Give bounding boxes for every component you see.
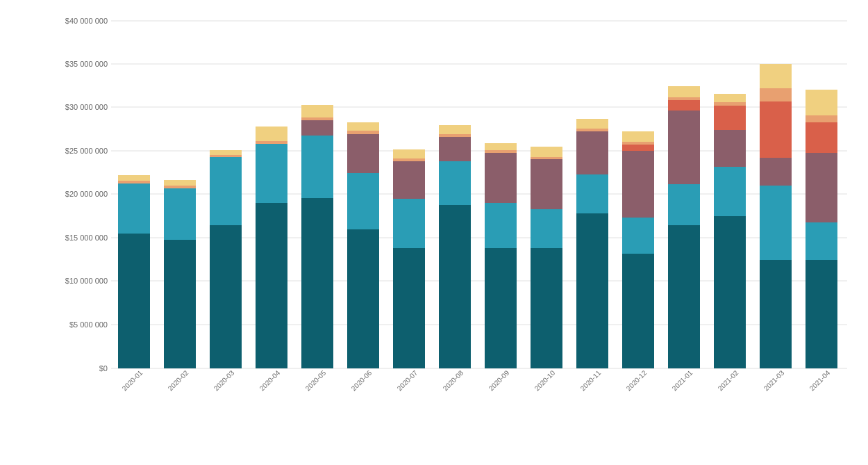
- svg-rect-19: [118, 183, 150, 234]
- bar-group-10: [576, 119, 608, 368]
- bar-group-12: [668, 86, 700, 368]
- svg-text:$35 000 000: $35 000 000: [65, 60, 108, 68]
- svg-rect-54: [485, 248, 517, 368]
- svg-rect-30: [256, 203, 287, 368]
- svg-rect-85: [714, 102, 746, 106]
- bar-group-9: [531, 147, 562, 368]
- svg-rect-46: [393, 161, 425, 199]
- svg-rect-56: [485, 153, 517, 203]
- svg-text:$25 000 000: $25 000 000: [65, 147, 108, 155]
- svg-rect-36: [301, 120, 333, 136]
- svg-rect-61: [531, 159, 562, 209]
- svg-rect-45: [393, 199, 425, 248]
- svg-rect-20: [118, 181, 150, 183]
- svg-text:2020-09: 2020-09: [487, 368, 511, 392]
- svg-text:2020-07: 2020-07: [396, 368, 419, 392]
- svg-text:2020-02: 2020-02: [167, 368, 190, 392]
- svg-text:2020-11: 2020-11: [579, 368, 603, 392]
- svg-rect-27: [210, 157, 242, 225]
- svg-rect-48: [393, 149, 425, 158]
- svg-rect-75: [668, 225, 700, 368]
- bar-group-14: [760, 64, 792, 368]
- bar-group-1: [164, 180, 196, 368]
- svg-text:2020-04: 2020-04: [258, 368, 282, 392]
- svg-rect-23: [164, 188, 196, 240]
- bar-group-4: [301, 105, 333, 368]
- svg-rect-35: [301, 136, 333, 198]
- svg-rect-66: [576, 131, 608, 174]
- svg-rect-78: [668, 100, 700, 111]
- svg-text:$0: $0: [99, 364, 108, 373]
- svg-rect-70: [622, 218, 654, 254]
- svg-text:2020-12: 2020-12: [625, 368, 649, 392]
- svg-rect-57: [485, 150, 517, 153]
- svg-rect-22: [164, 240, 196, 368]
- svg-rect-55: [485, 203, 517, 248]
- svg-rect-21: [118, 175, 150, 181]
- bar-group-3: [256, 127, 287, 368]
- svg-rect-79: [668, 97, 700, 100]
- svg-text:2021-03: 2021-03: [762, 368, 786, 392]
- svg-rect-26: [210, 225, 242, 368]
- svg-text:$30 000 000: $30 000 000: [65, 103, 108, 111]
- bar-group-11: [622, 131, 654, 368]
- svg-text:$40 000 000: $40 000 000: [65, 17, 108, 25]
- svg-rect-50: [439, 161, 471, 205]
- svg-rect-94: [806, 222, 837, 260]
- svg-rect-44: [393, 248, 425, 368]
- chart-container: .axis-label { font-family: Arial, sans-s…: [0, 0, 868, 465]
- svg-text:2020-01: 2020-01: [121, 368, 144, 392]
- svg-rect-24: [164, 186, 196, 188]
- svg-rect-65: [576, 174, 608, 213]
- svg-rect-58: [485, 143, 517, 150]
- svg-rect-41: [347, 134, 379, 173]
- svg-rect-91: [760, 88, 792, 101]
- svg-rect-47: [393, 158, 425, 161]
- svg-rect-68: [576, 119, 608, 129]
- svg-rect-33: [256, 127, 287, 141]
- svg-text:$20 000 000: $20 000 000: [65, 190, 108, 198]
- svg-rect-76: [668, 184, 700, 225]
- chart-svg: .axis-label { font-family: Arial, sans-s…: [62, 14, 854, 409]
- svg-rect-73: [622, 142, 654, 145]
- svg-text:2020-06: 2020-06: [350, 368, 374, 392]
- svg-rect-77: [668, 111, 700, 184]
- svg-rect-34: [301, 198, 333, 368]
- svg-text:$15 000 000: $15 000 000: [65, 234, 108, 242]
- svg-rect-59: [531, 248, 562, 368]
- svg-rect-88: [760, 186, 792, 260]
- svg-rect-82: [714, 167, 746, 216]
- svg-rect-67: [576, 129, 608, 131]
- svg-text:2020-10: 2020-10: [533, 368, 557, 392]
- chart-area: .axis-label { font-family: Arial, sans-s…: [62, 14, 854, 409]
- svg-rect-98: [806, 90, 837, 115]
- svg-rect-95: [806, 153, 837, 222]
- svg-rect-64: [576, 213, 608, 368]
- svg-text:2020-08: 2020-08: [442, 368, 465, 392]
- svg-rect-93: [806, 260, 837, 368]
- svg-rect-38: [301, 105, 333, 117]
- svg-rect-42: [347, 131, 379, 134]
- svg-text:2020-03: 2020-03: [212, 368, 236, 392]
- svg-rect-97: [806, 115, 837, 122]
- svg-rect-84: [714, 106, 746, 130]
- svg-rect-52: [439, 134, 471, 137]
- svg-rect-31: [256, 144, 287, 203]
- svg-rect-90: [760, 101, 792, 158]
- svg-text:$10 000 000: $10 000 000: [65, 277, 108, 285]
- svg-rect-60: [531, 209, 562, 248]
- svg-rect-18: [118, 234, 150, 368]
- bar-group-8: [485, 143, 517, 368]
- bar-group-13: [714, 94, 746, 368]
- svg-rect-49: [439, 205, 471, 368]
- svg-rect-25: [164, 180, 196, 186]
- svg-rect-51: [439, 137, 471, 161]
- svg-rect-81: [714, 216, 746, 368]
- svg-rect-80: [668, 86, 700, 97]
- svg-rect-40: [347, 173, 379, 229]
- svg-rect-28: [210, 155, 242, 157]
- svg-rect-63: [531, 147, 562, 157]
- svg-text:$5 000 000: $5 000 000: [69, 320, 108, 329]
- svg-rect-72: [622, 145, 654, 151]
- bar-group-2: [210, 150, 242, 368]
